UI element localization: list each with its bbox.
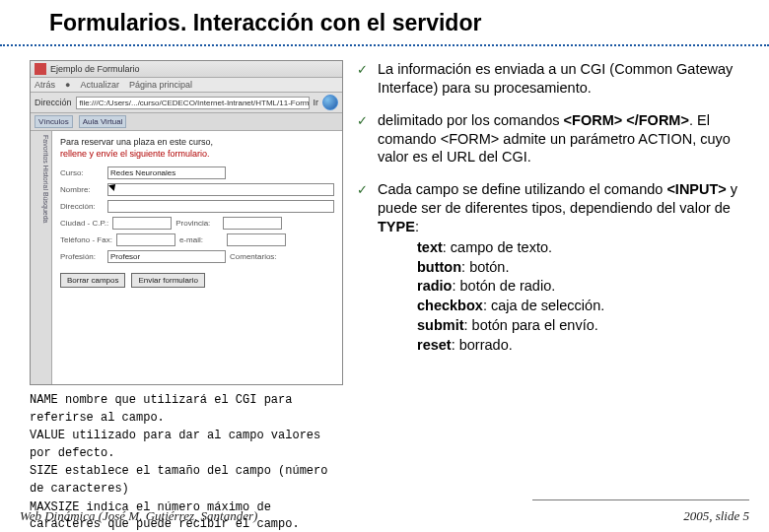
bullet-2: delimitado por los comandos <FORM> </FOR… (378, 111, 739, 167)
checkmark-icon: ✓ (357, 180, 368, 356)
address-bar: Dirección file:///C:/Users/.../curso/CED… (31, 93, 342, 113)
url-field[interactable]: file:///C:/Users/.../curso/CEDECO/Intern… (76, 97, 310, 109)
back-button[interactable]: Atrás (35, 80, 55, 90)
go-button[interactable]: Ir (314, 98, 319, 107)
telefono-label: Teléfono - Fax: (60, 235, 112, 244)
type-reset: reset: borrado. (417, 336, 739, 355)
form-lead-2: rellene y envíe el siguiente formulario. (60, 149, 334, 159)
type-text: text: campo de texto. (417, 238, 739, 257)
bullet-1: La información es enviada a un CGI (Comm… (378, 60, 739, 98)
slide-footer: Web Dinámica (José M. Gutiérrez, Santand… (0, 508, 769, 524)
ciudad-label: Ciudad - C.P.: (60, 219, 108, 228)
type-submit: submit: botón para el envío. (417, 316, 739, 335)
linkbar-item[interactable]: Aula Virtual (79, 115, 127, 128)
type-checkbox: checkbox: caja de selección. (417, 297, 739, 315)
footer-left: Web Dinámica (José M. Gutiérrez, Santand… (20, 508, 257, 524)
link-bar: Vínculos Aula Virtual (31, 113, 342, 131)
linkbar-item[interactable]: Vínculos (35, 115, 73, 128)
profesion-label: Profesión: (60, 252, 104, 261)
curso-label: Curso: (60, 168, 104, 177)
browser-toolbar: Atrás ● Actualizar Página principal (31, 78, 342, 93)
checkmark-icon: ✓ (357, 60, 368, 98)
bullet-3: Cada campo se define utilizando el coman… (378, 180, 739, 356)
direccion-label: Dirección: (60, 202, 104, 211)
stop-button[interactable]: ● (65, 80, 70, 90)
divider (0, 44, 769, 46)
footer-right: 2005, slide 5 (683, 508, 749, 524)
email-input[interactable] (227, 233, 286, 246)
ciudad-input[interactable] (112, 217, 172, 230)
address-label: Dirección (35, 98, 72, 107)
refresh-button[interactable]: Actualizar (80, 80, 119, 90)
email-label: e-mail: (179, 235, 223, 244)
bullet-list: ✓ La información es enviada a un CGI (Co… (357, 60, 739, 532)
home-button[interactable]: Página principal (129, 80, 192, 90)
note-name: NAME nombre que utilizará el CGI para re… (30, 393, 292, 425)
nombre-input[interactable] (107, 183, 334, 196)
type-sublist: text: campo de texto. button: botón. rad… (417, 238, 739, 355)
footer-rule (532, 499, 749, 500)
submit-button[interactable]: Enviar formulario (131, 273, 204, 288)
type-radio: radio: botón de radio. (417, 277, 739, 296)
favicon-icon (35, 63, 46, 75)
note-size: SIZE establece el tamaño del campo (núme… (30, 464, 327, 496)
direccion-input[interactable] (107, 200, 334, 213)
provincia-input[interactable] (223, 217, 282, 230)
profesion-select[interactable]: Profesor (107, 250, 226, 263)
curso-select[interactable]: Redes Neuronales (107, 166, 226, 179)
provincia-label: Provincia: (175, 219, 219, 228)
content-area: Ejemplo de Formulario Atrás ● Actualizar… (20, 56, 749, 532)
explorer-bar: Favoritos Historial Búsqueda (31, 131, 52, 385)
telefono-input[interactable] (116, 233, 175, 246)
note-value: VALUE utilizado para dar al campo valore… (30, 429, 320, 460)
window-title: Ejemplo de Formulario (50, 64, 140, 74)
type-button: button: botón. (417, 258, 739, 277)
reset-button[interactable]: Borrar campos (60, 273, 125, 288)
nombre-label: Nombre: (60, 185, 104, 194)
form-lead-1: Para reservar una plaza en este curso, (60, 137, 334, 147)
ie-icon (322, 95, 338, 110)
comentarios-label: Comentarios: (230, 252, 277, 261)
window-titlebar: Ejemplo de Formulario (31, 61, 342, 78)
slide-title: Formularios. Interacción con el servidor (20, 10, 749, 44)
form-page: Para reservar una plaza en este curso, r… (52, 131, 342, 385)
form-browser-screenshot: Ejemplo de Formulario Atrás ● Actualizar… (30, 60, 343, 385)
checkmark-icon: ✓ (357, 111, 368, 167)
